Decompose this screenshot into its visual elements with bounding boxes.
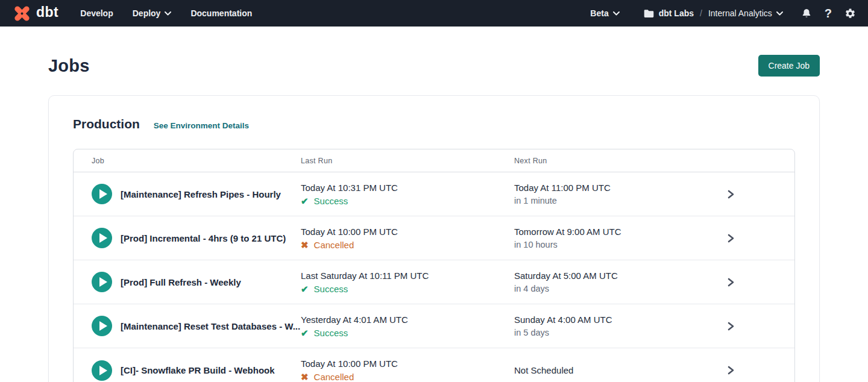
status-icon: ✖ xyxy=(301,372,309,381)
chevron-down-icon xyxy=(613,11,620,16)
next-run-time: Tomorrow At 9:00 AM UTC xyxy=(514,227,725,237)
environment-name: Production xyxy=(73,117,140,131)
play-icon xyxy=(99,233,107,243)
job-name: [Prod] Full Refresh - Weekly xyxy=(121,277,241,287)
project-name: Internal Analytics xyxy=(708,8,772,18)
jobs-table: Job Last Run Next Run [Maintenance] Refr… xyxy=(73,149,795,382)
create-job-button[interactable]: Create Job xyxy=(758,55,820,77)
play-icon xyxy=(99,189,107,199)
table-row[interactable]: [Prod] Full Refresh - Weekly Last Saturd… xyxy=(74,260,794,304)
chevron-right-icon[interactable] xyxy=(726,278,735,287)
play-icon xyxy=(99,321,107,331)
chevron-right-icon[interactable] xyxy=(726,234,735,243)
run-job-button[interactable] xyxy=(92,272,112,292)
nav-item-develop[interactable]: Develop xyxy=(80,8,113,18)
job-name: [Prod] Incremental - 4hrs (9 to 21 UTC) xyxy=(121,233,286,243)
last-run-time: Today At 10:00 PM UTC xyxy=(301,227,514,237)
table-row[interactable]: [CI]- Snowflake PR Build - Webhook Today… xyxy=(74,348,794,382)
primary-nav: Develop Deploy Documentation xyxy=(80,8,252,18)
next-run-relative: in 10 hours xyxy=(514,240,725,249)
account-project-switcher[interactable]: dbt Labs / Internal Analytics xyxy=(644,8,783,18)
beta-dropdown[interactable]: Beta xyxy=(590,8,619,18)
next-run-time: Sunday At 4:00 AM UTC xyxy=(514,315,725,325)
table-row[interactable]: [Maintenance] Refresh Pipes - Hourly Tod… xyxy=(74,172,794,216)
column-header-last-run: Last Run xyxy=(301,157,514,165)
job-name: [Maintenance] Refresh Pipes - Hourly xyxy=(121,189,281,199)
notifications-bell-icon[interactable] xyxy=(801,8,812,19)
status-label: Success xyxy=(314,328,348,338)
jobs-table-header: Job Last Run Next Run xyxy=(74,149,794,172)
dbt-logo-text: dbt xyxy=(36,5,58,21)
status-label: Cancelled xyxy=(314,240,354,250)
column-header-next-run: Next Run xyxy=(514,157,725,165)
play-icon xyxy=(99,366,107,375)
play-icon xyxy=(99,277,107,287)
account-name: dbt Labs xyxy=(659,8,694,18)
nav-item-deploy[interactable]: Deploy xyxy=(133,8,172,18)
table-row[interactable]: [Maintenance] Reset Test Databases - W..… xyxy=(74,304,794,348)
breadcrumb-separator: / xyxy=(700,8,702,18)
top-navbar: dbt Develop Deploy Documentation Beta xyxy=(0,0,868,27)
next-run-time: Today At 11:00 PM UTC xyxy=(514,183,725,193)
last-run-time: Yesterday At 4:01 AM UTC xyxy=(301,315,514,325)
column-header-job: Job xyxy=(74,157,301,165)
chevron-right-icon[interactable] xyxy=(726,322,735,331)
chevron-right-icon[interactable] xyxy=(726,190,735,199)
status-icon: ✔ xyxy=(301,328,309,337)
help-icon[interactable]: ? xyxy=(825,7,832,19)
dbt-logo-icon xyxy=(12,4,32,23)
page-title: Jobs xyxy=(48,56,90,76)
jobs-table-body: [Maintenance] Refresh Pipes - Hourly Tod… xyxy=(74,172,794,382)
status-label: Success xyxy=(314,196,348,206)
see-environment-details-link[interactable]: See Environment Details xyxy=(154,121,249,130)
next-run-relative: in 5 days xyxy=(514,328,725,337)
status-icon: ✔ xyxy=(301,284,309,293)
chevron-down-icon xyxy=(776,11,783,16)
run-job-button[interactable] xyxy=(92,316,112,336)
job-name: [Maintenance] Reset Test Databases - W..… xyxy=(121,321,300,331)
next-run-relative: in 1 minute xyxy=(514,196,725,205)
run-job-button[interactable] xyxy=(92,228,112,248)
job-name: [CI]- Snowflake PR Build - Webhook xyxy=(121,365,275,375)
status-icon: ✔ xyxy=(301,196,309,205)
last-run-time: Last Saturday At 10:11 PM UTC xyxy=(301,271,514,281)
run-job-button[interactable] xyxy=(92,184,112,204)
status-icon: ✖ xyxy=(301,240,309,249)
next-run-time: Saturday At 5:00 AM UTC xyxy=(514,271,725,281)
environment-card: Production See Environment Details Job L… xyxy=(48,95,820,382)
next-run-relative: in 4 days xyxy=(514,284,725,293)
run-job-button[interactable] xyxy=(92,360,112,381)
last-run-time: Today At 10:00 PM UTC xyxy=(301,359,514,369)
table-row[interactable]: [Prod] Incremental - 4hrs (9 to 21 UTC) … xyxy=(74,216,794,260)
gear-icon[interactable] xyxy=(844,8,856,19)
chevron-down-icon xyxy=(165,11,171,16)
nav-item-documentation[interactable]: Documentation xyxy=(190,8,252,18)
next-run-time: Not Scheduled xyxy=(514,365,725,375)
last-run-time: Today At 10:31 PM UTC xyxy=(301,183,514,193)
folder-icon xyxy=(644,9,654,18)
dbt-logo[interactable]: dbt xyxy=(12,4,58,23)
status-label: Cancelled xyxy=(314,372,354,382)
status-label: Success xyxy=(314,284,348,294)
chevron-right-icon[interactable] xyxy=(726,366,735,375)
